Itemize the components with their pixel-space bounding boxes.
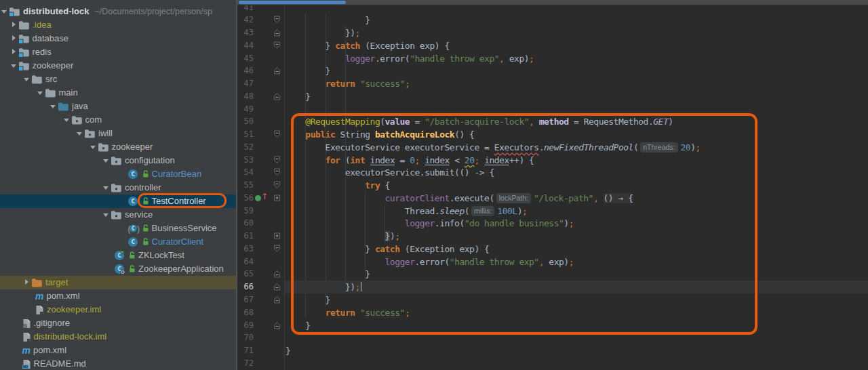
fold-collapse-icon[interactable] — [273, 66, 281, 75]
tree-row-com[interactable]: com — [0, 113, 236, 127]
chevron-down-icon[interactable] — [102, 154, 111, 167]
tree-row-pom-xml[interactable]: mpom.xml — [0, 289, 236, 303]
code-line-71[interactable]: } — [285, 344, 868, 357]
tree-row-distributed-lock[interactable]: distributed-lock~/Documents/project/pers… — [0, 5, 236, 18]
code-line-46[interactable]: } — [285, 64, 868, 77]
gutter-row-52: 52 — [237, 141, 284, 154]
code-line-50[interactable]: @RequestMapping(value = "/batch-acquire-… — [285, 115, 868, 128]
code-line-63[interactable]: } catch (Exception exp) { — [285, 243, 868, 255]
tree-row-readme-md[interactable]: MDREADME.md — [0, 357, 236, 370]
code-line-66[interactable]: }); — [285, 281, 868, 293]
code-line-60[interactable]: logger.info("do handle business"); — [285, 217, 868, 230]
code-line-68[interactable]: return "success"; — [285, 306, 868, 319]
code-token: { — [380, 180, 390, 190]
code-line-52[interactable]: ExecutorService executorService = Execut… — [285, 141, 868, 154]
fold-collapse-icon[interactable] — [273, 16, 281, 24]
tree-row-curatorclient[interactable]: CCuratorClient — [0, 235, 236, 249]
tree-item-label: com — [85, 113, 102, 127]
code-line-72[interactable] — [285, 357, 868, 370]
code-line-48[interactable]: } — [285, 90, 868, 103]
code-token — [285, 218, 405, 228]
tree-row-businessservice[interactable]: ()CBusinessService — [0, 222, 236, 235]
code-line-47[interactable]: return "success"; — [285, 77, 868, 90]
code-line-53[interactable]: for (int index = 0; index < 20; index++)… — [285, 154, 868, 167]
chevron-down-icon[interactable] — [75, 127, 84, 140]
fold-collapse-icon[interactable] — [273, 28, 281, 37]
chevron-down-icon[interactable] — [9, 59, 18, 73]
code-line-44[interactable]: } catch (Exception exp) { — [285, 39, 868, 52]
code-line-56[interactable]: curatorClient.execute(lockPath:"/lock-pa… — [285, 192, 868, 205]
tree-row-testcontroller[interactable]: CTestController — [0, 194, 236, 208]
chevron-down-icon[interactable] — [102, 208, 111, 222]
code-token: ( — [340, 155, 351, 165]
tree-row-java[interactable]: java — [0, 100, 236, 113]
code-line-51[interactable]: public String batchAcquireLock() { — [285, 128, 868, 141]
tree-row-distributed-lock-iml[interactable]: distributed-lock.iml — [0, 330, 236, 344]
chevron-right-icon[interactable] — [9, 18, 18, 32]
code-line-45[interactable]: logger.error("handle throw exp", exp); — [285, 52, 868, 65]
fold-expand-icon[interactable] — [273, 232, 281, 240]
fold-collapse-icon[interactable] — [273, 181, 281, 189]
tree-row-iwill[interactable]: iwill — [0, 127, 236, 140]
code-line-55[interactable]: try { — [285, 179, 868, 192]
chevron-down-icon[interactable] — [89, 140, 98, 154]
tree-row-main[interactable]: main — [0, 86, 236, 100]
code-line-67[interactable]: } — [285, 293, 868, 306]
tree-row-zookeeper[interactable]: zookeeper — [0, 140, 236, 154]
code-editor[interactable]: } }); } catch (Exception exp) { logger.e… — [237, 0, 868, 370]
tree-row-database[interactable]: database — [0, 32, 236, 45]
fold-collapse-icon[interactable] — [273, 168, 281, 176]
tree-row-gitignore[interactable]: .gitignore — [0, 316, 236, 330]
chevron-down-icon[interactable] — [102, 181, 111, 194]
fold-collapse-icon[interactable] — [273, 130, 281, 138]
tree-row-redis[interactable]: redis — [0, 45, 236, 59]
code-line-69[interactable]: } — [285, 319, 868, 332]
tree-row-idea[interactable]: .idea — [0, 18, 236, 32]
code-line-43[interactable]: }); — [285, 26, 868, 39]
fold-collapse-icon[interactable] — [273, 92, 281, 100]
code-token: } — [285, 244, 375, 254]
tree-row-zklocktest[interactable]: CZKLockTest — [0, 249, 236, 262]
fold-collapse-icon[interactable] — [273, 295, 281, 304]
code-line-59[interactable]: Thread.sleep(millis:100L); — [285, 205, 868, 218]
code-token: "/lock-path" — [534, 193, 593, 203]
fold-collapse-icon[interactable] — [273, 41, 281, 49]
tree-row-zookeeper[interactable]: zookeeper — [0, 59, 236, 73]
fold-collapse-icon[interactable] — [273, 321, 281, 329]
code-area[interactable]: } }); } catch (Exception exp) { logger.e… — [285, 0, 868, 370]
fold-expand-icon[interactable] — [273, 194, 281, 202]
code-line-70[interactable] — [285, 331, 868, 344]
fold-collapse-icon[interactable] — [273, 270, 281, 278]
chevron-down-icon[interactable] — [22, 73, 31, 86]
tree-row-curatorbean[interactable]: CCuratorBean — [0, 167, 236, 181]
tree-row-target[interactable]: target — [0, 276, 236, 289]
chevron-right-icon[interactable] — [9, 45, 18, 59]
tree-row-zookeeperapplication[interactable]: CZookeeperApplication — [0, 262, 236, 276]
gutter-marker-icon[interactable]: ↑ — [255, 194, 270, 203]
tree-row-service[interactable]: service — [0, 208, 236, 222]
tree-row-src[interactable]: src — [0, 73, 236, 86]
chevron-right-icon[interactable] — [9, 32, 18, 45]
code-line-49[interactable] — [285, 103, 868, 116]
fold-collapse-icon[interactable] — [273, 245, 281, 253]
code-line-61[interactable]: }); — [285, 230, 868, 243]
tree-item-label: zookeeper — [112, 140, 153, 154]
chevron-right-icon[interactable] — [22, 276, 31, 289]
chevron-down-icon[interactable] — [62, 113, 71, 127]
tree-row-configutation[interactable]: configutation — [0, 154, 236, 167]
chevron-down-icon[interactable] — [0, 5, 9, 18]
tree-row-pom-xml[interactable]: mpom.xml — [0, 344, 236, 357]
tree-row-zookeeper-iml[interactable]: zookeeper.iml — [0, 303, 236, 316]
tree-row-controller[interactable]: controller — [0, 181, 236, 194]
code-line-54[interactable]: executorService.submit(() -> { — [285, 166, 868, 179]
code-line-42[interactable]: } — [285, 14, 868, 26]
active-tab-underline[interactable] — [239, 1, 346, 4]
code-line-65[interactable]: } — [285, 268, 868, 281]
fold-collapse-icon[interactable] — [273, 156, 281, 164]
code-token: } — [285, 91, 311, 102]
parameter-hint: nThreads: — [640, 142, 677, 152]
chevron-down-icon[interactable] — [49, 100, 58, 113]
fold-collapse-icon[interactable] — [273, 283, 281, 291]
code-line-64[interactable]: logger.error("handle throw exp", exp); — [285, 255, 868, 268]
chevron-down-icon[interactable] — [36, 86, 45, 100]
